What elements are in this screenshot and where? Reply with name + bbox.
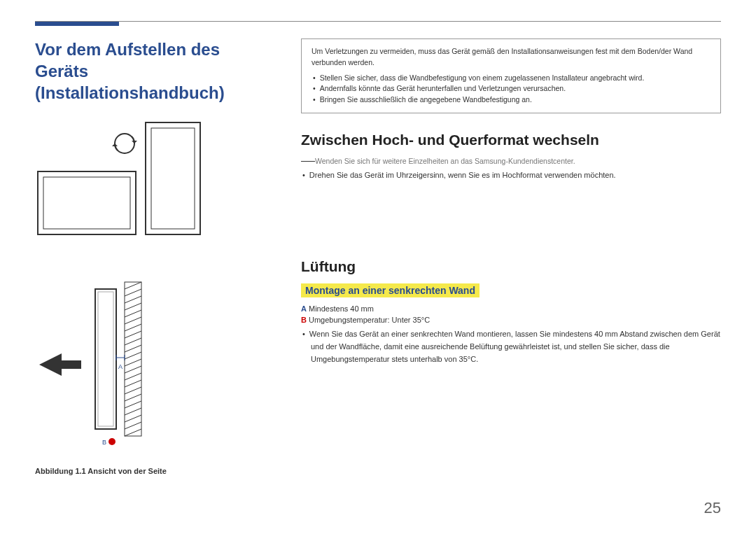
spec-b: B Umgebungstemperatur: Unter 35°C (301, 316, 721, 324)
svg-line-15 (125, 303, 141, 310)
svg-line-16 (125, 310, 141, 317)
svg-line-25 (125, 373, 141, 380)
svg-marker-5 (132, 141, 137, 143)
warning-intro: Um Verletzungen zu vermeiden, muss das G… (312, 46, 710, 69)
rotate-note: Wenden Sie sich für weitere Einzelheiten… (301, 157, 721, 165)
ventilation-subheading: Montage an einer senkrechten Wand (301, 283, 479, 297)
diagram-label-b: B (102, 439, 106, 446)
svg-line-32 (125, 422, 141, 429)
svg-rect-1 (43, 177, 130, 229)
svg-line-22 (125, 352, 141, 359)
svg-line-23 (125, 359, 141, 366)
svg-line-12 (125, 282, 141, 289)
diagram-label-a: A (118, 363, 122, 370)
section-ventilation-heading: Lüftung (301, 258, 721, 275)
svg-line-28 (125, 394, 141, 401)
rotate-bullet: Drehen Sie das Gerät im Uhrzeigersinn, w… (311, 169, 721, 182)
svg-rect-9 (98, 292, 113, 426)
side-view-diagram: A B Abbildung 1.1 Ansicht von der Seite (35, 275, 273, 475)
svg-point-37 (108, 438, 115, 445)
section-rotate-heading: Zwischen Hoch- und Querformat wechseln (301, 132, 721, 148)
page-number: 25 (704, 499, 721, 517)
svg-marker-6 (112, 143, 118, 146)
svg-line-24 (125, 366, 141, 373)
svg-line-26 (125, 380, 141, 387)
svg-line-20 (125, 338, 141, 345)
ventilation-bullet: Wenn Sie das Gerät an einer senkrechten … (311, 328, 721, 365)
svg-line-13 (125, 289, 141, 296)
svg-rect-2 (146, 122, 200, 234)
page-title: Vor dem Aufstellen des Geräts (Installat… (35, 38, 273, 104)
svg-rect-11 (125, 282, 141, 436)
svg-line-18 (125, 324, 141, 331)
spec-a: A Mindestens 40 mm (301, 304, 721, 313)
warning-item: Stellen Sie sicher, dass die Wandbefesti… (321, 73, 710, 84)
rotation-diagram (35, 118, 273, 240)
svg-line-33 (125, 429, 141, 436)
warning-item: Bringen Sie ausschließlich die angegeben… (321, 94, 710, 106)
figure-caption: Abbildung 1.1 Ansicht von der Seite (35, 467, 273, 475)
svg-rect-3 (151, 128, 195, 229)
svg-line-31 (125, 415, 141, 422)
svg-marker-7 (39, 353, 81, 376)
svg-rect-0 (38, 171, 136, 234)
svg-line-27 (125, 387, 141, 394)
svg-line-30 (125, 408, 141, 415)
warning-item: Andernfalls könnte das Gerät herunterfal… (321, 83, 710, 94)
warning-box: Um Verletzungen zu vermeiden, muss das G… (301, 38, 721, 113)
svg-line-19 (125, 331, 141, 338)
accent-bar (35, 22, 119, 26)
svg-line-21 (125, 345, 141, 352)
svg-line-17 (125, 317, 141, 324)
svg-line-29 (125, 401, 141, 408)
svg-line-14 (125, 296, 141, 303)
